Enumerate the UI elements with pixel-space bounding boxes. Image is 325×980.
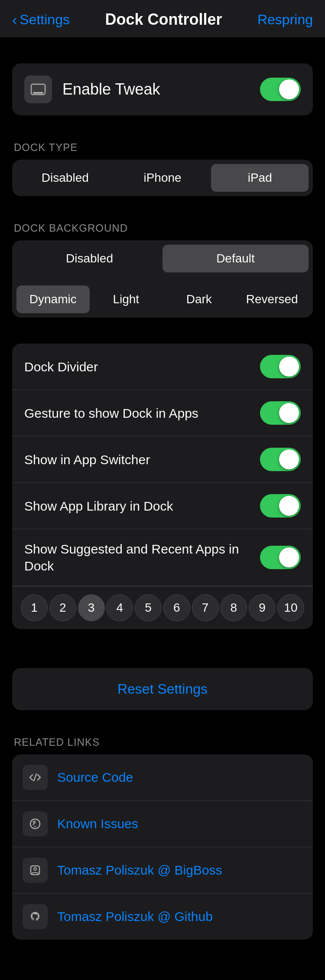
dock-divider-label: Dock Divider (24, 358, 251, 375)
dock-bg-disabled[interactable]: Disabled (16, 245, 162, 272)
num-btn-8[interactable]: 8 (220, 594, 247, 621)
chevron-left-icon: ‹ (12, 12, 17, 27)
toggles-section: Dock Divider Gesture to show Dock in App… (12, 344, 313, 629)
reset-section: Reset Settings (12, 668, 313, 710)
link-bigboss[interactable]: Tomasz Poliszuk @ BigBoss (12, 847, 313, 894)
respring-button[interactable]: Respring (257, 12, 313, 28)
dock-bg-row1: Disabled Default (12, 240, 313, 277)
related-links-card: Source Code Known Issues Tomasz Poli (12, 754, 313, 940)
number-selector-row: 1 2 3 4 5 6 7 8 9 10 (12, 586, 313, 629)
enable-tweak-section: Enable Tweak (12, 63, 313, 115)
svg-point-3 (30, 819, 40, 829)
svg-rect-1 (33, 92, 43, 94)
toggle-row-dock-divider: Dock Divider (12, 344, 313, 390)
dock-bg-dynamic[interactable]: Dynamic (16, 285, 90, 313)
dock-divider-toggle[interactable] (260, 355, 301, 378)
enable-tweak-toggle[interactable] (260, 78, 301, 101)
num-btn-10[interactable]: 10 (277, 594, 304, 621)
nav-back-button[interactable]: ‹ Settings (12, 12, 70, 28)
enable-tweak-card: Enable Tweak (12, 63, 313, 115)
nav-bar: ‹ Settings Dock Controller Respring (0, 0, 325, 37)
nav-back-label: Settings (20, 12, 70, 28)
related-links-label: RELATED LINKS (12, 736, 313, 748)
github-icon (23, 904, 48, 929)
link-known-issues[interactable]: Known Issues (12, 801, 313, 847)
link-github[interactable]: Tomasz Poliszuk @ Github (12, 894, 313, 940)
toggles-card: Dock Divider Gesture to show Dock in App… (12, 344, 313, 629)
enable-tweak-row: Enable Tweak (12, 63, 313, 115)
known-issues-icon (23, 811, 48, 836)
toggle-row-suggested-apps: Show Suggested and Recent Apps in Dock (12, 529, 313, 586)
gesture-toggle[interactable] (260, 401, 301, 425)
dock-type-segment: Disabled iPhone iPad (12, 160, 313, 196)
bigboss-label: Tomasz Poliszuk @ BigBoss (57, 863, 222, 878)
num-btn-7[interactable]: 7 (192, 594, 219, 621)
dock-bg-row2: Dynamic Light Dark Reversed (12, 281, 313, 318)
suggested-apps-toggle[interactable] (260, 546, 301, 569)
svg-line-2 (34, 774, 36, 781)
dock-bg-light[interactable]: Light (90, 285, 163, 313)
toggle-row-app-library: Show App Library in Dock (12, 483, 313, 529)
app-library-label: Show App Library in Dock (24, 498, 251, 515)
num-btn-4[interactable]: 4 (106, 594, 133, 621)
link-source-code[interactable]: Source Code (12, 754, 313, 801)
dock-bg-reversed[interactable]: Reversed (236, 285, 309, 313)
nav-title: Dock Controller (105, 10, 222, 29)
num-btn-9[interactable]: 9 (249, 594, 276, 621)
dock-background-section: DOCK BACKGROUND Disabled Default Dynamic… (12, 222, 313, 318)
app-switcher-toggle[interactable] (260, 448, 301, 471)
num-btn-3[interactable]: 3 (78, 594, 105, 621)
dock-type-label: DOCK TYPE (12, 141, 313, 154)
github-label: Tomasz Poliszuk @ Github (57, 909, 213, 924)
svg-point-6 (34, 868, 36, 870)
enable-tweak-icon (24, 75, 52, 103)
dock-bg-default[interactable]: Default (162, 245, 309, 272)
num-btn-5[interactable]: 5 (135, 594, 162, 621)
dock-type-card: Disabled iPhone iPad (12, 160, 313, 196)
toggle-row-gesture: Gesture to show Dock in Apps (12, 390, 313, 436)
suggested-apps-label: Show Suggested and Recent Apps in Dock (24, 541, 251, 574)
dock-background-card: Disabled Default Dynamic Light Dark Reve… (12, 240, 313, 318)
dock-type-ipad[interactable]: iPad (211, 164, 309, 192)
dock-type-section: DOCK TYPE Disabled iPhone iPad (12, 141, 313, 196)
svg-point-4 (35, 826, 36, 827)
enable-tweak-label: Enable Tweak (62, 80, 250, 98)
gesture-label: Gesture to show Dock in Apps (24, 405, 251, 422)
app-library-toggle[interactable] (260, 494, 301, 518)
dock-bg-dark[interactable]: Dark (162, 285, 236, 313)
source-code-label: Source Code (57, 770, 133, 785)
dock-type-iphone[interactable]: iPhone (114, 164, 211, 192)
dock-background-label: DOCK BACKGROUND (12, 222, 313, 234)
num-btn-2[interactable]: 2 (49, 594, 76, 621)
num-btn-1[interactable]: 1 (21, 594, 48, 621)
app-switcher-label: Show in App Switcher (24, 451, 251, 468)
source-code-icon (23, 765, 48, 790)
related-links-section: RELATED LINKS Source Code Known Issues (12, 736, 313, 940)
dock-type-disabled[interactable]: Disabled (16, 164, 114, 192)
dock-icon (30, 82, 46, 97)
reset-settings-button[interactable]: Reset Settings (12, 668, 313, 710)
bigboss-icon (23, 858, 48, 883)
num-btn-6[interactable]: 6 (163, 594, 190, 621)
known-issues-label: Known Issues (57, 816, 138, 831)
toggle-row-app-switcher: Show in App Switcher (12, 436, 313, 483)
